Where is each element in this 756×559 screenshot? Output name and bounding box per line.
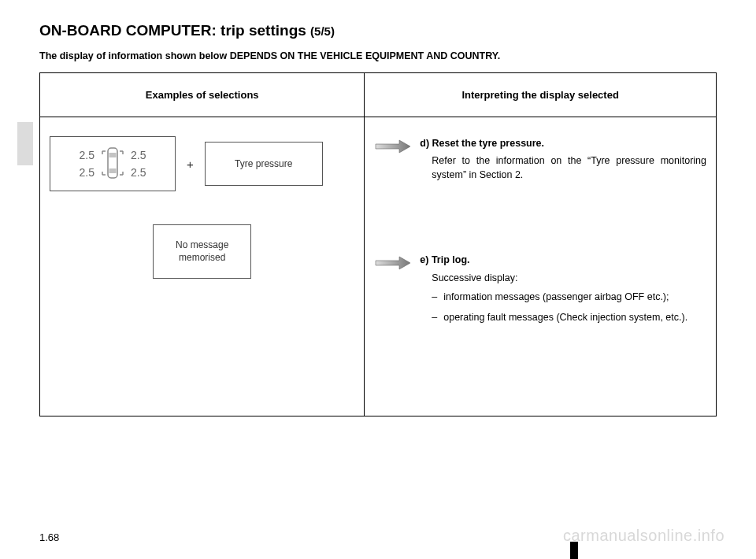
title-sub: (5/5) bbox=[310, 24, 335, 38]
svg-marker-3 bbox=[376, 140, 410, 153]
entry-e-sub: Successive display: bbox=[420, 271, 706, 285]
tyre-value-rr: 2.5 bbox=[131, 167, 146, 178]
bullet-2: operating fault messages (Check injectio… bbox=[443, 310, 706, 324]
title-main: ON-BOARD COMPUTER: trip settings bbox=[39, 22, 310, 39]
no-message-box: No message memorised bbox=[153, 224, 251, 279]
tyre-value-fl: 2.5 bbox=[80, 150, 94, 161]
arrow-icon bbox=[374, 253, 412, 331]
tyre-left-col: 2.5 2.5 bbox=[80, 150, 94, 178]
entry-e-head: e) Trip log. bbox=[420, 253, 706, 267]
plus-sign: + bbox=[183, 157, 197, 171]
no-msg-line2: memorised bbox=[179, 252, 225, 263]
entry-d-head: d) Reset the tyre pressure. bbox=[420, 136, 706, 150]
settings-table: Examples of selections Interpreting the … bbox=[39, 72, 717, 416]
watermark: carmanualsonline.info bbox=[563, 527, 724, 545]
svg-rect-2 bbox=[109, 168, 117, 173]
entry-d-body: d) Reset the tyre pressure. Refer to the… bbox=[420, 136, 706, 182]
svg-rect-1 bbox=[109, 153, 117, 157]
tyre-value-fr: 2.5 bbox=[131, 150, 146, 161]
no-msg-line1: No message bbox=[176, 239, 228, 250]
print-mark bbox=[570, 542, 578, 559]
page-title: ON-BOARD COMPUTER: trip settings (5/5) bbox=[39, 22, 717, 39]
col-header-left: Examples of selections bbox=[40, 73, 365, 117]
tyre-value-rl: 2.5 bbox=[80, 167, 94, 178]
entry-e-bullets: –information messages (passenger airbag … bbox=[420, 290, 706, 324]
page-content: ON-BOARD COMPUTER: trip settings (5/5) T… bbox=[0, 0, 756, 416]
tyre-pressure-row: 2.5 2.5 bbox=[50, 136, 354, 191]
dash: – bbox=[432, 290, 437, 304]
svg-rect-0 bbox=[108, 148, 117, 178]
tyre-pressure-label-box: Tyre pressure bbox=[205, 142, 323, 186]
svg-marker-4 bbox=[376, 257, 410, 269]
entry-e: e) Trip log. Successive display: –inform… bbox=[374, 253, 706, 331]
list-item: –operating fault messages (Check injecti… bbox=[432, 310, 706, 324]
entry-d: d) Reset the tyre pressure. Refer to the… bbox=[374, 136, 706, 182]
entry-e-body: e) Trip log. Successive display: –inform… bbox=[420, 253, 706, 331]
interpretation-cell: d) Reset the tyre pressure. Refer to the… bbox=[365, 117, 717, 416]
dash: – bbox=[432, 310, 437, 324]
arrow-icon bbox=[374, 136, 412, 182]
no-message-row: No message memorised bbox=[50, 224, 354, 279]
list-item: –information messages (passenger airbag … bbox=[432, 290, 706, 304]
page-number: 1.68 bbox=[39, 531, 59, 543]
entry-d-text: Refer to the information on the “Tyre pr… bbox=[420, 154, 706, 182]
car-top-icon bbox=[99, 143, 126, 185]
tyre-pressure-display: 2.5 2.5 bbox=[50, 136, 176, 191]
examples-cell: 2.5 2.5 bbox=[40, 117, 365, 416]
col-header-right: Interpreting the display selected bbox=[365, 73, 717, 117]
bullet-1: information messages (passenger airbag O… bbox=[443, 290, 706, 304]
side-tab bbox=[17, 122, 33, 165]
tyre-right-col: 2.5 2.5 bbox=[131, 150, 146, 178]
page-subtitle: The display of information shown below D… bbox=[39, 50, 717, 61]
